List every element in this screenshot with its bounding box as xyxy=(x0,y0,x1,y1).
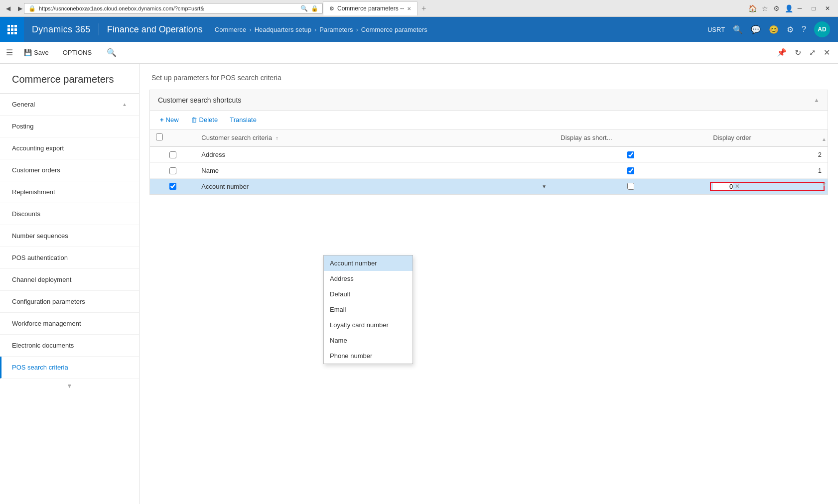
order-cell-2: 1 xyxy=(707,163,828,179)
tab-close-button[interactable]: ✕ xyxy=(407,6,411,11)
sidebar-label-customer-orders: Customer orders xyxy=(12,166,60,174)
breadcrumb-sep-1: › xyxy=(249,26,251,33)
shortcut-checkbox-2[interactable] xyxy=(627,167,634,174)
star-icon[interactable]: ☆ xyxy=(762,4,768,12)
table-row: Name 1 xyxy=(150,163,828,179)
sidebar-item-replenishment[interactable]: Replenishment xyxy=(0,181,139,203)
close-button[interactable]: ✕ xyxy=(821,2,834,15)
browser-tab[interactable]: ⚙ Commerce parameters -- ✕ xyxy=(323,1,418,15)
popout-icon[interactable]: ⤢ xyxy=(807,46,818,59)
shortcut-col-label: Display as short... xyxy=(560,134,612,141)
sidebar-item-accounting-export[interactable]: Accounting export xyxy=(0,137,139,159)
order-input[interactable] xyxy=(713,183,733,190)
page-title: Commerce parameters xyxy=(0,64,139,94)
sidebar-item-number-sequences[interactable]: Number sequences xyxy=(0,225,139,247)
user-label: USRT xyxy=(707,26,725,33)
pin-icon[interactable]: 📌 xyxy=(775,46,789,59)
settings-icon[interactable]: ⚙ xyxy=(787,25,794,34)
toolbar-search-icon[interactable]: 🔍 xyxy=(107,48,117,57)
sidebar-label-posting: Posting xyxy=(12,123,33,130)
panel-title: Customer search shortcuts xyxy=(158,96,241,104)
dropdown-item-default[interactable]: Default xyxy=(324,286,413,302)
sidebar-item-workforce-management[interactable]: Workforce management xyxy=(0,313,139,335)
dropdown-item-phone-number[interactable]: Phone number xyxy=(324,348,413,364)
row-checkbox-1[interactable] xyxy=(169,151,176,158)
delete-button[interactable]: 🗑 Delete xyxy=(189,115,220,125)
breadcrumb-commerce[interactable]: Commerce xyxy=(215,26,247,33)
breadcrumb-params[interactable]: Parameters xyxy=(319,26,353,33)
toolbar-close-icon[interactable]: ✕ xyxy=(822,46,832,59)
home-icon[interactable]: 🏠 xyxy=(748,4,757,12)
emoji-icon[interactable]: 😊 xyxy=(769,25,779,34)
user-avatar[interactable]: AD xyxy=(814,21,830,37)
options-button[interactable]: OPTIONS xyxy=(60,47,95,58)
maximize-button[interactable]: □ xyxy=(807,2,820,15)
row-check-cell-3 xyxy=(150,179,195,194)
sidebar-item-channel-deployment[interactable]: Channel deployment xyxy=(0,269,139,291)
refresh-icon[interactable]: ↻ xyxy=(793,46,803,59)
sidebar-item-electronic-documents[interactable]: Electronic documents xyxy=(0,335,139,357)
person-icon[interactable]: 👤 xyxy=(785,4,793,12)
scroll-up-icon[interactable]: ▲ xyxy=(822,136,827,142)
header-right: USRT 🔍 💬 😊 ⚙ ? AD xyxy=(707,21,838,37)
settings-gear-icon[interactable]: ⚙ xyxy=(773,4,780,12)
app-logo[interactable] xyxy=(0,17,24,42)
new-tab-button[interactable]: + xyxy=(419,4,428,13)
sidebar-item-customer-orders[interactable]: Customer orders xyxy=(0,159,139,181)
help-icon[interactable]: ? xyxy=(802,25,806,34)
criteria-cell-2: Name xyxy=(195,163,555,179)
panel-collapse-button[interactable]: ▲ xyxy=(814,97,820,104)
table-toolbar: + New 🗑 Delete Translate xyxy=(150,111,828,129)
minimize-button[interactable]: ─ xyxy=(793,2,806,15)
shortcut-cell-1 xyxy=(555,146,707,163)
row-checkbox-2[interactable] xyxy=(169,167,176,174)
section-panel: Customer search shortcuts ▲ + New 🗑 Dele… xyxy=(149,90,828,195)
shortcut-checkbox-1[interactable] xyxy=(627,151,634,158)
select-all-checkbox[interactable] xyxy=(156,133,163,140)
main-layout: Commerce parameters General ▲ Posting Ac… xyxy=(0,64,838,504)
dropdown-item-name[interactable]: Name xyxy=(324,333,413,348)
sidebar-label-accounting-export: Accounting export xyxy=(12,144,64,152)
forward-button[interactable]: ▶ xyxy=(16,4,24,12)
tab-icon: ⚙ xyxy=(329,5,334,12)
finance-label: Finance and Operations xyxy=(107,24,203,35)
order-clear-icon[interactable]: ✕ xyxy=(735,183,740,190)
sidebar-item-general[interactable]: General ▲ xyxy=(0,94,139,116)
dropdown-item-loyalty-card[interactable]: Loyalty card number xyxy=(324,317,413,333)
row-check-cell-2 xyxy=(150,163,195,179)
user-initials: AD xyxy=(818,26,826,33)
dropdown-item-address[interactable]: Address xyxy=(324,271,413,286)
plus-icon: + xyxy=(160,116,164,124)
breadcrumb-sep-2: › xyxy=(314,26,316,33)
sidebar-item-pos-authentication[interactable]: POS authentication xyxy=(0,247,139,269)
col-header-check xyxy=(150,129,195,146)
dropdown-item-account-number[interactable]: Account number xyxy=(324,255,413,271)
sidebar-label-replenishment: Replenishment xyxy=(12,188,55,196)
dropdown-item-email[interactable]: Email xyxy=(324,302,413,317)
search-icon[interactable]: 🔍 xyxy=(733,25,743,34)
row-checkbox-3[interactable] xyxy=(169,183,176,190)
shortcut-cell-3 xyxy=(555,179,707,194)
sidebar-item-pos-search-criteria[interactable]: POS search criteria xyxy=(0,357,139,378)
sidebar-item-configuration-parameters[interactable]: Configuration parameters xyxy=(0,291,139,313)
table-header: Customer search criteria ↑ Display as sh… xyxy=(150,129,828,146)
sidebar-label-electronic-documents: Electronic documents xyxy=(12,342,74,349)
breadcrumb-hq[interactable]: Headquarters setup xyxy=(255,26,311,33)
shortcut-checkbox-3[interactable] xyxy=(627,183,634,190)
sidebar-item-posting[interactable]: Posting xyxy=(0,116,139,137)
translate-button[interactable]: Translate xyxy=(228,115,259,125)
back-button[interactable]: ◀ xyxy=(4,4,12,12)
hamburger-menu[interactable]: ☰ xyxy=(6,48,13,57)
sidebar-item-discounts[interactable]: Discounts xyxy=(0,203,139,225)
data-table: Customer search criteria ↑ Display as sh… xyxy=(150,129,828,194)
breadcrumb-commerce-params[interactable]: Commerce parameters xyxy=(361,26,427,33)
col-header-criteria[interactable]: Customer search criteria ↑ xyxy=(195,129,555,146)
chat-icon[interactable]: 💬 xyxy=(751,25,761,34)
scroll-down-icon[interactable]: ▼ xyxy=(822,182,827,187)
sidebar-scroll-down[interactable]: ▼ xyxy=(0,378,139,393)
save-button[interactable]: 💾 Save xyxy=(21,47,52,58)
new-button[interactable]: + New xyxy=(158,115,181,125)
url-bar[interactable]: 🔒 https://usnconeboxax1aos.cloud.onebox.… xyxy=(24,3,323,14)
criteria-value-1: Address xyxy=(201,151,225,158)
criteria-dropdown[interactable]: Account number Address Default Email Loy… xyxy=(201,183,549,190)
